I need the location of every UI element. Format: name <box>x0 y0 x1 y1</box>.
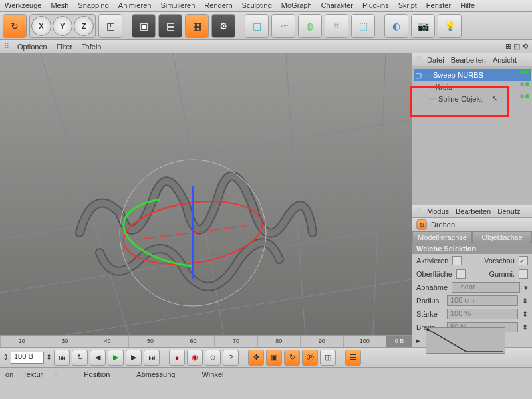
current-frame-marker[interactable]: 0 B <box>386 336 412 347</box>
view-optionen[interactable]: Optionen <box>17 43 47 51</box>
strength-field[interactable]: 100 % <box>447 309 518 319</box>
svg-point-13 <box>426 328 429 331</box>
expand-icon[interactable]: ▢ <box>415 71 422 80</box>
surface-checkbox[interactable] <box>456 269 466 279</box>
rotate-tool-icon[interactable]: ↻ <box>3 14 27 38</box>
render-view-icon[interactable]: ▣ <box>132 14 156 38</box>
keyframe-button[interactable]: ◇ <box>205 350 221 366</box>
render-settings-icon[interactable]: ▤ <box>158 14 182 38</box>
next-frame-button[interactable]: ▶ <box>126 350 142 366</box>
axis-x-button[interactable]: X <box>31 16 51 36</box>
view-tafeln[interactable]: Tafeln <box>82 43 101 51</box>
grip-icon[interactable]: ⠿ <box>4 42 8 51</box>
menu-sculpting[interactable]: Sculpting <box>237 0 277 11</box>
grip-icon[interactable]: ⠿ <box>416 55 420 64</box>
viewport-3d[interactable]: 20 30 40 50 60 70 80 90 100 0 B <box>0 53 412 347</box>
timeline-ruler[interactable]: 20 30 40 50 60 70 80 90 100 0 B <box>0 335 412 347</box>
menu-simulieren[interactable]: Simulieren <box>156 0 200 11</box>
falloff-graph[interactable] <box>426 327 505 354</box>
falloff-dropdown[interactable]: Linear <box>452 282 520 293</box>
array-icon[interactable]: ⌗ <box>325 14 348 38</box>
preview-checkbox[interactable] <box>519 256 528 265</box>
play-button[interactable]: ▶ <box>108 350 124 366</box>
attr-benutzer[interactable]: Benutz <box>497 207 520 215</box>
menu-werkzeuge[interactable]: Werkzeuge <box>0 0 46 11</box>
viewport-menu: ⠿ Optionen Filter Tafeln ⊞ ◱ ⟲ <box>0 40 532 53</box>
end-frame-field[interactable]: 100 B <box>11 352 44 364</box>
key-options-button[interactable]: ? <box>223 350 239 366</box>
spinner-icon[interactable]: ⇕ <box>522 310 528 319</box>
spinner-icon[interactable]: ⇕ <box>3 353 9 362</box>
goto-end-button[interactable]: ⏭ <box>144 350 160 366</box>
timeline-window-button[interactable]: ☰ <box>345 350 361 366</box>
spinner-icon[interactable]: ⇕ <box>522 297 528 305</box>
attr-modus[interactable]: Modus <box>427 207 449 215</box>
picture-viewer-icon[interactable]: ⚙ <box>211 14 235 38</box>
menu-mograph[interactable]: MoGraph <box>277 0 317 11</box>
key-rot-button[interactable]: ↻ <box>284 350 300 366</box>
cube-primitive-icon[interactable]: ◲ <box>245 14 269 38</box>
nurbs-icon[interactable]: ◍ <box>298 14 322 38</box>
menu-mesh[interactable]: Mesh <box>46 0 73 11</box>
om-item-spline[interactable]: 〰 Spline-Objekt ↖ <box>414 93 531 105</box>
autokey-button[interactable]: ◉ <box>187 350 203 366</box>
key-scale-button[interactable]: ▣ <box>266 350 282 366</box>
om-datei[interactable]: Datei <box>427 56 444 64</box>
coord-system-icon[interactable]: ◳ <box>98 14 122 38</box>
size-header: Abmessung <box>136 370 175 378</box>
tab-on[interactable]: on <box>5 370 13 378</box>
om-item-kreis[interactable]: ○ Kreis <box>414 81 531 93</box>
loop-button[interactable]: ↻ <box>72 350 88 366</box>
grip-icon[interactable]: ⠿ <box>53 370 57 396</box>
preview-label: Vorschau <box>484 257 515 265</box>
strength-label: Stärke <box>416 310 443 318</box>
tab-modellierachse[interactable]: Modellierachse <box>412 231 472 243</box>
expand-icon[interactable]: ▸ <box>416 336 420 345</box>
menu-skript[interactable]: Skript <box>394 0 422 11</box>
prev-frame-button[interactable]: ◀ <box>90 350 106 366</box>
key-param-button[interactable]: Ⓟ <box>302 350 318 366</box>
spinner-icon[interactable]: ⇕ <box>522 323 528 332</box>
grip-icon[interactable]: ⠿ <box>416 207 420 216</box>
svg-line-4 <box>40 53 133 347</box>
svg-line-1 <box>0 120 412 186</box>
om-item-sweep[interactable]: ▢ ⬭ Sweep-NURBS <box>414 69 531 81</box>
om-bearbeiten[interactable]: Bearbeiten <box>451 56 486 64</box>
main-menu[interactable]: Werkzeuge Mesh Snapping Animieren Simuli… <box>0 0 532 12</box>
render-queue-icon[interactable]: ▦ <box>185 14 209 38</box>
tab-textur[interactable]: Textur <box>23 370 43 378</box>
om-ansicht[interactable]: Ansicht <box>493 56 517 64</box>
gummi-label: Gummi. <box>489 270 515 278</box>
key-pos-button[interactable]: ✥ <box>248 350 264 366</box>
attr-bearbeiten[interactable]: Bearbeiten <box>456 207 491 215</box>
axis-y-button[interactable]: Y <box>53 16 72 36</box>
menu-snapping[interactable]: Snapping <box>73 0 114 11</box>
menu-plugins[interactable]: Plug-ins <box>358 0 394 11</box>
environment-icon[interactable]: ◐ <box>384 14 408 38</box>
deformer-icon[interactable]: ⬚ <box>351 14 375 38</box>
chevron-down-icon[interactable]: ▾ <box>524 283 528 292</box>
object-manager[interactable]: ▢ ⬭ Sweep-NURBS ○ Kreis 〰 Spline-Objekt … <box>412 66 532 205</box>
spline-primitive-icon[interactable]: 〰 <box>271 14 295 38</box>
light-icon[interactable]: 💡 <box>438 14 462 38</box>
record-button[interactable]: ● <box>169 350 185 366</box>
coordinates-panel: ⠿ Position Abmessung Winkel <box>48 368 532 399</box>
activate-checkbox[interactable] <box>452 256 462 265</box>
key-pla-button[interactable]: ◫ <box>320 350 336 366</box>
axis-z-button[interactable]: Z <box>74 16 94 36</box>
menu-charakter[interactable]: Charakter <box>317 0 358 11</box>
gummi-checkbox[interactable] <box>519 269 528 279</box>
activate-label: Aktivieren <box>416 257 448 265</box>
goto-start-button[interactable]: ⏮ <box>54 350 70 366</box>
menu-rendern[interactable]: Rendern <box>200 0 237 11</box>
viewport-nav-icon[interactable]: ⊞ ◱ ⟲ <box>505 42 528 51</box>
spinner-icon[interactable]: ⇕ <box>46 353 52 362</box>
menu-fenster[interactable]: Fenster <box>422 0 456 11</box>
view-filter[interactable]: Filter <box>57 43 72 51</box>
menu-hilfe[interactable]: Hilfe <box>456 0 479 11</box>
camera-icon[interactable]: 📷 <box>411 14 435 38</box>
radius-field[interactable]: 100 cm <box>447 295 518 306</box>
scene-render <box>0 53 412 347</box>
menu-animieren[interactable]: Animieren <box>114 0 156 11</box>
tab-objektachse[interactable]: Objektachse <box>472 231 532 243</box>
